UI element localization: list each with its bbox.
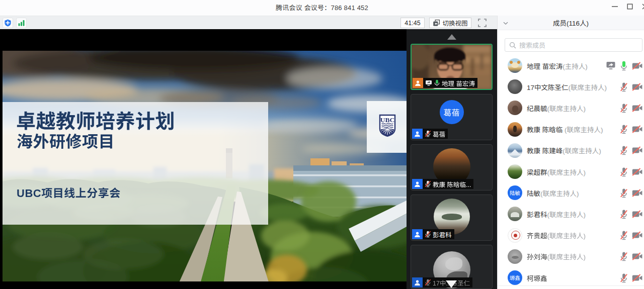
svg-text:UBC: UBC xyxy=(380,116,395,124)
